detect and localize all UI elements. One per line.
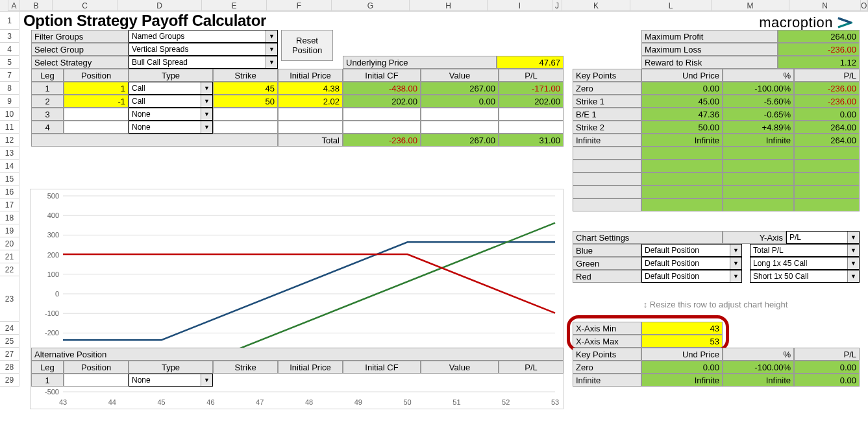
resize-note: ↕ Resize this row to adjust chart height [573, 300, 858, 309]
svg-text:50: 50 [403, 398, 411, 406]
select-group-label: Select Group [31, 43, 129, 56]
kp-name: Zero [573, 82, 641, 95]
kp-name [573, 173, 641, 186]
total-blank [31, 134, 278, 147]
leg-position-input[interactable] [64, 121, 129, 134]
kp-hdr-und: Und Price [641, 69, 723, 82]
select-strategy-label: Select Strategy [31, 56, 129, 69]
blue-val-select[interactable]: Total P/L [750, 244, 860, 257]
leg-hdr-pl: P/L [499, 69, 564, 82]
alt-position-title: Alternative Position [31, 348, 564, 361]
svg-text:400: 400 [47, 211, 59, 219]
yaxis-select[interactable]: P/L [786, 231, 860, 244]
kp2-name: Infinite [573, 374, 641, 387]
green-pos-select[interactable]: Default Position [641, 257, 742, 270]
kp-pl: -236.00 [794, 95, 860, 108]
kp2-pl: 0.00 [794, 361, 860, 374]
xmax-value[interactable]: 53 [641, 335, 723, 348]
green-val-select[interactable]: Long 1x 45 Call [750, 257, 860, 270]
rr-label: Reward to Risk [641, 56, 778, 69]
leg-iprice-input[interactable]: 4.38 [278, 82, 343, 95]
leg-position-input[interactable] [64, 108, 129, 121]
filter-groups-select[interactable]: Named Groups [129, 30, 278, 43]
leg-strike-input[interactable] [213, 108, 278, 121]
leg-hdr-position: Position [64, 69, 129, 82]
kp-pl: 264.00 [794, 134, 860, 147]
alt-hdr-position: Position [64, 361, 129, 374]
svg-text:48: 48 [305, 398, 313, 406]
svg-text:43: 43 [59, 398, 67, 406]
max-profit-value: 264.00 [778, 30, 860, 43]
kp-pct [723, 198, 794, 211]
select-strategy-select[interactable]: Bull Call Spread [129, 56, 278, 69]
chart-settings-label: Chart Settings [573, 231, 723, 244]
leg-type-select[interactable]: None [129, 108, 213, 121]
reset-position-button[interactable]: ResetPosition [281, 30, 333, 61]
total-pl: 31.00 [499, 134, 564, 147]
leg-type-select[interactable]: Call [129, 95, 213, 108]
brand-arrow-icon [837, 16, 852, 29]
leg-type-select[interactable]: None [129, 121, 213, 134]
leg-iprice-input[interactable] [278, 121, 343, 134]
alt-hdr-leg: Leg [31, 361, 64, 374]
kp-hdr-pl: P/L [794, 69, 860, 82]
leg-strike-input[interactable] [213, 121, 278, 134]
svg-text:-100: -100 [45, 309, 59, 317]
alt-hdr-icf: Initial CF [343, 361, 421, 374]
leg-num: 1 [31, 82, 64, 95]
kp-name [573, 160, 641, 173]
red-val-select[interactable]: Short 1x 50 Call [750, 270, 860, 283]
leg-position-input[interactable]: 1 [64, 82, 129, 95]
leg-num: 2 [31, 95, 64, 108]
kp-name: Strike 1 [573, 95, 641, 108]
xmin-value[interactable]: 43 [641, 322, 723, 335]
kp2-pl: 0.00 [794, 374, 860, 387]
leg-pl: -171.00 [499, 82, 564, 95]
kp-pct [723, 173, 794, 186]
leg-iprice-input[interactable] [278, 108, 343, 121]
kp-name: B/E 1 [573, 108, 641, 121]
blue-label: Blue [573, 244, 641, 257]
leg-value: 0.00 [421, 95, 499, 108]
svg-text:51: 51 [453, 398, 460, 406]
leg-type-select[interactable]: Call [129, 82, 213, 95]
svg-text:300: 300 [47, 231, 59, 239]
kp2-hdr-pct: % [723, 348, 794, 361]
max-profit-label: Maximum Profit [641, 30, 778, 43]
alt-hdr-strike: Strike [213, 361, 278, 374]
kp-pct: -5.60% [723, 95, 794, 108]
alt-leg-type-select[interactable]: None [129, 374, 213, 387]
brand-logo: macroption [759, 14, 852, 31]
alt-hdr-iprice: Initial Price [278, 361, 343, 374]
leg-position-input[interactable]: -1 [64, 95, 129, 108]
leg-value [421, 108, 499, 121]
kp-pl: 264.00 [794, 121, 860, 134]
kp-und: 0.00 [641, 82, 723, 95]
alt-leg-pos[interactable] [64, 374, 129, 387]
svg-text:0: 0 [55, 290, 59, 298]
total-icf: -236.00 [343, 134, 421, 147]
kp2-hdr-pl: P/L [794, 348, 860, 361]
blue-pos-select[interactable]: Default Position [641, 244, 742, 257]
red-pos-select[interactable]: Default Position [641, 270, 742, 283]
kp-name: Infinite [573, 134, 641, 147]
kp-pct: -0.65% [723, 108, 794, 121]
leg-strike-input[interactable]: 45 [213, 82, 278, 95]
select-group-select[interactable]: Vertical Spreads [129, 43, 278, 56]
kp2-und: 0.00 [641, 361, 723, 374]
alt-hdr-pl: P/L [499, 361, 564, 374]
kp-pct: Infinite [723, 134, 794, 147]
leg-strike-input[interactable]: 50 [213, 95, 278, 108]
kp-name [573, 198, 641, 211]
alt-hdr-value: Value [421, 361, 499, 374]
underlying-price-value[interactable]: 47.67 [497, 56, 564, 69]
kp-pl [794, 198, 860, 211]
leg-iprice-input[interactable]: 2.02 [278, 95, 343, 108]
svg-text:44: 44 [108, 398, 116, 406]
alt-hdr-type: Type [129, 361, 213, 374]
leg-hdr-leg: Leg [31, 69, 64, 82]
kp2-und: Infinite [641, 374, 723, 387]
leg-pl: 202.00 [499, 95, 564, 108]
max-loss-label: Maximum Loss [641, 43, 778, 56]
kp-und [641, 186, 723, 198]
